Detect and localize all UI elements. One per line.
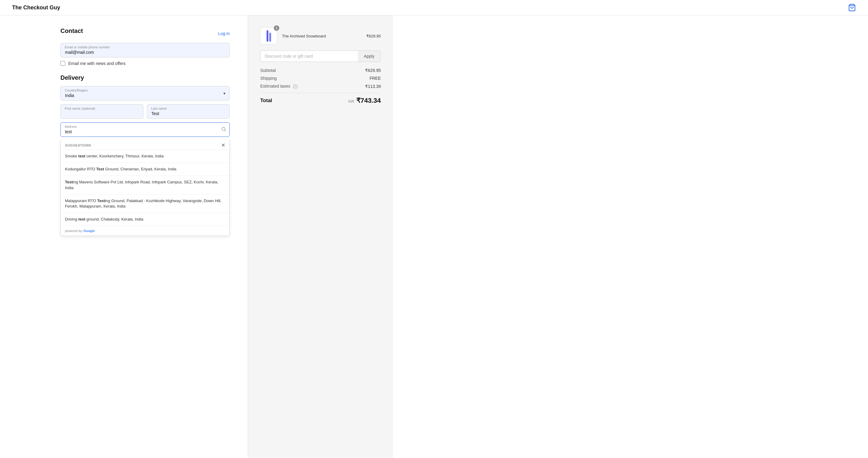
product-badge: 1 <box>274 25 279 31</box>
summary-divider <box>260 93 381 93</box>
suggestion-bold-5: test <box>78 217 85 222</box>
suggestion-item-5[interactable]: Driving test ground, Chalakudy, Kerala, … <box>61 213 229 226</box>
suggestions-label: SUGGESTIONS <box>65 143 91 147</box>
delivery-title: Delivery <box>60 74 230 81</box>
apply-button[interactable]: Apply <box>358 51 381 62</box>
product-price: ₹629.95 <box>366 34 381 38</box>
taxes-value: ₹113.39 <box>365 84 381 89</box>
total-label: Total <box>260 98 272 104</box>
suggestion-item-2[interactable]: Kodungallur RTO Test Ground, Cheraman, E… <box>61 163 229 175</box>
powered-by-text: powered by <box>65 229 82 233</box>
address-input[interactable] <box>60 122 230 137</box>
newsletter-label: Email me with news and offers <box>68 61 126 66</box>
product-image <box>267 30 271 42</box>
suggestions-dropdown: SUGGESTIONS ✕ Smoke test center, Koorken… <box>60 140 230 236</box>
left-panel: Contact Log in Email or mobile phone num… <box>0 15 248 458</box>
total-value-wrap: INR ₹743.34 <box>348 97 381 104</box>
suggestion-bold-3: Test <box>65 180 73 184</box>
powered-by-row: powered by Google <box>61 226 229 236</box>
newsletter-row: Email me with news and offers <box>60 61 230 66</box>
suggestions-close-button[interactable]: ✕ <box>221 143 225 148</box>
suggestions-header-row: SUGGESTIONS ✕ <box>61 140 229 150</box>
suggestion-item-4[interactable]: Malappuram RTO Testing Ground, Palakkad … <box>61 194 229 213</box>
cart-button[interactable] <box>848 4 856 11</box>
email-group: Email or mobile phone number <box>60 43 230 57</box>
delivery-section: Delivery Country/Region India ▾ First na… <box>60 74 230 236</box>
country-group: Country/Region India ▾ <box>60 86 230 101</box>
country-select[interactable]: India <box>60 86 230 101</box>
newsletter-checkbox[interactable] <box>60 61 65 66</box>
name-row: First name (optional) Last name <box>60 104 230 119</box>
address-group: Address <box>60 122 230 137</box>
taxes-line: Estimated taxes ⓘ ₹113.39 <box>260 84 381 89</box>
taxes-label: Estimated taxes ⓘ <box>260 84 298 89</box>
suggestion-bold-4: Test <box>97 198 105 203</box>
page-layout: Contact Log in Email or mobile phone num… <box>0 15 868 458</box>
shipping-line: Shipping FREE <box>260 76 381 81</box>
google-label: Google <box>84 229 95 233</box>
subtotal-line: Subtotal ₹629.95 <box>260 68 381 73</box>
first-name-input[interactable] <box>60 104 143 119</box>
suggestion-item-1[interactable]: Smoke test center, Koorkenchery, Thrissu… <box>61 150 229 163</box>
suggestion-bold-1: test <box>78 154 85 158</box>
total-line: Total INR ₹743.34 <box>260 97 381 104</box>
product-info: The Archived Snowboard <box>277 34 366 38</box>
total-currency: INR <box>348 99 354 104</box>
cart-icon <box>848 4 856 11</box>
email-input[interactable] <box>60 43 230 57</box>
suggestion-bold-2: Test <box>96 167 104 171</box>
subtotal-label: Subtotal <box>260 68 276 73</box>
suggestion-item-3[interactable]: Testing Mavens Software Pvt Ltd, Infopar… <box>61 175 229 194</box>
product-bar-1 <box>267 30 268 42</box>
product-name: The Archived Snowboard <box>282 34 362 38</box>
contact-title: Contact <box>60 28 83 34</box>
last-name-input[interactable] <box>147 104 230 119</box>
contact-header: Contact Log in <box>60 28 230 39</box>
product-row: 1 The Archived Snowboard ₹629.95 <box>260 28 381 44</box>
discount-row: Apply <box>260 51 381 62</box>
log-in-link[interactable]: Log in <box>218 31 230 36</box>
discount-input[interactable] <box>260 51 358 62</box>
last-name-group: Last name <box>147 104 230 119</box>
product-image-wrap: 1 <box>260 28 277 44</box>
subtotal-value: ₹629.95 <box>365 68 381 73</box>
total-value: ₹743.34 <box>356 97 381 104</box>
shipping-value: FREE <box>370 76 381 81</box>
product-bar-2 <box>269 33 271 42</box>
right-panel: 1 The Archived Snowboard ₹629.95 Apply S… <box>248 15 393 458</box>
taxes-info-icon[interactable]: ⓘ <box>293 84 298 89</box>
top-nav: The Checkout Guy <box>0 0 868 15</box>
site-title: The Checkout Guy <box>12 4 60 11</box>
shipping-label: Shipping <box>260 76 277 81</box>
first-name-group: First name (optional) <box>60 104 143 119</box>
